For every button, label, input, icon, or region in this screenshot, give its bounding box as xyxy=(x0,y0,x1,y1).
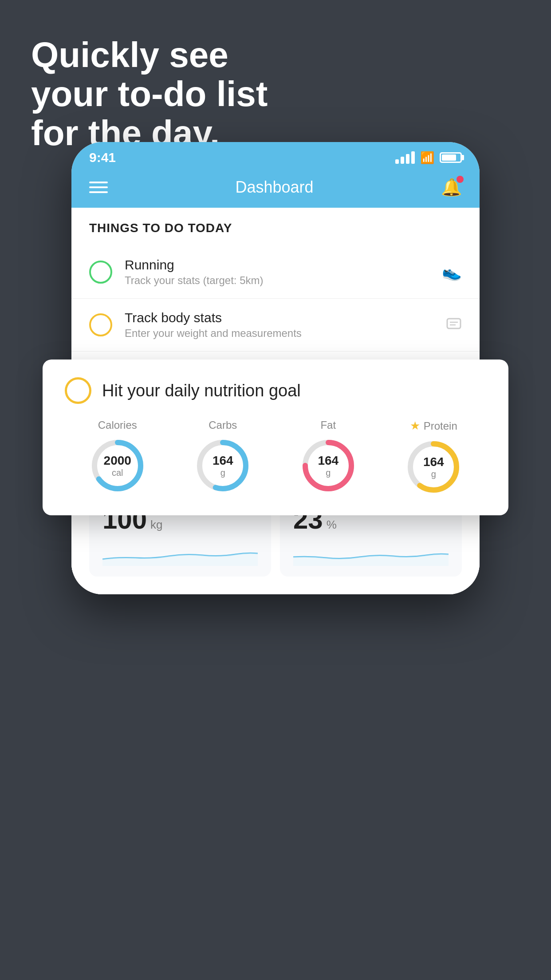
fat-unit: g xyxy=(326,468,331,478)
nutrition-floating-card: Hit your daily nutrition goal Calories 2… xyxy=(43,360,508,515)
todo-checkbox-body-stats[interactable] xyxy=(89,313,112,336)
status-icons: 📶 xyxy=(395,151,462,165)
nutrition-card-title: Hit your daily nutrition goal xyxy=(102,381,301,400)
star-icon: ★ xyxy=(410,419,420,433)
fat-donut: 164 g xyxy=(299,437,357,494)
protein-unit: g xyxy=(431,469,436,479)
todo-checkbox-running[interactable] xyxy=(89,261,112,284)
status-time: 9:41 xyxy=(89,150,116,165)
protein-value: 164 xyxy=(423,455,444,469)
calories-unit: cal xyxy=(112,468,123,478)
carbs-value: 164 xyxy=(213,454,233,468)
body-weight-chart xyxy=(102,544,258,566)
carbs-unit: g xyxy=(220,468,225,478)
todo-item-body-stats[interactable]: Track body stats Enter your weight and m… xyxy=(71,299,480,352)
protein-label: ★ Protein xyxy=(410,419,457,433)
fat-value: 164 xyxy=(318,454,338,468)
nav-title: Dashboard xyxy=(235,178,313,197)
carbs-item: Carbs 164 g xyxy=(194,419,252,494)
carbs-donut: 164 g xyxy=(194,437,252,494)
todo-text-body-stats: Track body stats Enter your weight and m… xyxy=(125,310,433,340)
todo-text-running: Running Track your stats (target: 5km) xyxy=(125,257,429,287)
running-icon: 👟 xyxy=(442,263,462,281)
card-header: Hit your daily nutrition goal xyxy=(65,377,486,404)
scale-icon xyxy=(446,315,462,335)
hero-text: Quickly see your to-do list for the day. xyxy=(31,36,268,153)
hamburger-menu[interactable] xyxy=(89,182,108,193)
notification-dot xyxy=(457,176,464,183)
nav-bar: Dashboard 🔔 xyxy=(71,170,480,208)
nutrition-row: Calories 2000 cal Carbs xyxy=(65,419,486,496)
body-fat-chart xyxy=(293,544,449,566)
nutrition-checkbox[interactable] xyxy=(65,377,91,404)
calories-label: Calories xyxy=(98,419,137,431)
calories-donut: 2000 cal xyxy=(89,437,146,494)
signal-icon xyxy=(395,151,415,164)
carbs-label: Carbs xyxy=(209,419,237,431)
calories-value: 2000 xyxy=(104,454,131,468)
body-weight-unit: kg xyxy=(150,518,162,532)
protein-donut: 164 g xyxy=(405,438,462,496)
fat-label: Fat xyxy=(320,419,336,431)
todo-item-running[interactable]: Running Track your stats (target: 5km) 👟 xyxy=(71,246,480,299)
fat-item: Fat 164 g xyxy=(299,419,357,494)
calories-item: Calories 2000 cal xyxy=(89,419,146,494)
status-bar: 9:41 📶 xyxy=(71,142,480,170)
wifi-icon: 📶 xyxy=(420,151,434,165)
battery-icon xyxy=(440,152,462,163)
things-today-title: THINGS TO DO TODAY xyxy=(71,221,480,246)
body-fat-unit: % xyxy=(327,518,337,532)
protein-item: ★ Protein 164 g xyxy=(405,419,462,496)
svg-rect-0 xyxy=(447,319,460,328)
notification-bell-icon[interactable]: 🔔 xyxy=(441,178,462,197)
